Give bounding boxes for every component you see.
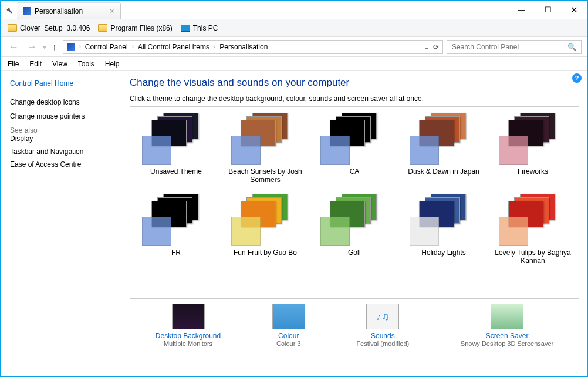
close-button[interactable]: ✕	[561, 1, 587, 19]
wrench-icon[interactable]	[1, 1, 17, 19]
setting-value: Festival (modified)	[356, 340, 409, 347]
themes-grid[interactable]: Unsaved ThemeBeach Sunsets by Josh Somme…	[130, 107, 579, 298]
bookmark-item[interactable]: This PC	[181, 24, 218, 32]
bookmark-item[interactable]: Clover_Setup_3.0.406	[8, 24, 90, 32]
sidebar-link[interactable]: Change desktop icons	[10, 98, 114, 106]
desktop-background-setting[interactable]: Desktop Background Multiple Monitors	[156, 304, 221, 347]
control-panel-home-link[interactable]: Control Panel Home	[10, 79, 114, 87]
breadcrumb[interactable]: All Control Panel Items	[138, 43, 209, 51]
sounds-icon: ♪♫	[366, 304, 399, 329]
theme-item[interactable]: FR	[134, 191, 218, 269]
theme-name: Beach Sunsets by Josh Sommers	[223, 167, 307, 184]
control-panel-icon	[23, 7, 31, 15]
theme-item[interactable]: CA	[312, 110, 397, 188]
up-button[interactable]: ↑	[50, 42, 59, 52]
theme-item[interactable]: Fun Fruit by Guo Bo	[223, 191, 307, 269]
theme-name: Fun Fruit by Guo Bo	[223, 248, 307, 257]
setting-label: Screen Saver	[461, 332, 553, 340]
screensaver-icon	[491, 304, 523, 329]
see-also-link[interactable]: Taskbar and Navigation	[10, 147, 114, 156]
search-placeholder: Search Control Panel	[452, 43, 519, 51]
folder-icon	[98, 24, 107, 32]
menu-edit[interactable]: Edit	[29, 60, 42, 68]
tab-title: Personalisation	[35, 7, 83, 15]
see-also-link[interactable]: Display	[10, 134, 114, 143]
search-icon: 🔍	[567, 43, 576, 51]
theme-item[interactable]: Lovely Tulips by Baghya Kannan	[491, 191, 575, 269]
content-area: Change the visuals and sounds on your co…	[124, 71, 587, 376]
theme-thumbnail	[312, 191, 397, 247]
theme-thumbnail	[491, 191, 575, 247]
address-bar[interactable]: › Control Panel › All Control Panel Item…	[63, 40, 444, 54]
colour-icon	[272, 304, 305, 329]
nav-separator: ▾	[43, 43, 46, 51]
browser-tab[interactable]: Personalisation ×	[17, 2, 121, 19]
themes-panel: Unsaved ThemeBeach Sunsets by Josh Somme…	[130, 106, 579, 299]
screen-saver-setting[interactable]: Screen Saver Snowy Desktop 3D Screensave…	[461, 304, 553, 347]
chevron-right-icon: ›	[131, 43, 135, 50]
forward-button: →	[25, 41, 39, 53]
settings-row: Desktop Background Multiple Monitors Col…	[130, 299, 579, 354]
bookmark-label: Program Files (x86)	[110, 24, 172, 32]
folder-icon	[8, 24, 17, 32]
setting-label: Colour	[272, 332, 305, 340]
see-also-link[interactable]: Ease of Access Centre	[10, 160, 114, 169]
setting-value: Colour 3	[272, 340, 305, 347]
sidebar-link[interactable]: Change mouse pointers	[10, 112, 114, 120]
theme-item[interactable]: Golf	[312, 191, 397, 269]
refresh-icon[interactable]: ⟳	[433, 43, 439, 51]
bookmarks-bar: Clover_Setup_3.0.406 Program Files (x86)…	[1, 19, 587, 37]
main-area: ? Control Panel Home Change desktop icon…	[1, 71, 587, 376]
bookmark-label: This PC	[193, 24, 218, 32]
sounds-setting[interactable]: ♪♫ Sounds Festival (modified)	[356, 304, 409, 347]
theme-name: Holiday Lights	[401, 248, 486, 257]
setting-label: Sounds	[356, 332, 409, 340]
menu-view[interactable]: View	[52, 60, 67, 68]
theme-thumbnail	[223, 110, 307, 166]
setting-value: Snowy Desktop 3D Screensaver	[461, 340, 553, 347]
colour-setting[interactable]: Colour Colour 3	[272, 304, 305, 347]
left-nav: Control Panel Home Change desktop icons …	[1, 71, 124, 376]
back-button[interactable]: ←	[6, 41, 21, 53]
page-subheading: Click a theme to change the desktop back…	[130, 95, 579, 103]
see-also-label: See also	[10, 126, 38, 134]
location-icon	[67, 43, 75, 51]
menu-tools[interactable]: Tools	[78, 60, 94, 68]
theme-item[interactable]: Dusk & Dawn in Japan	[401, 110, 486, 188]
navigation-row: ← → ▾ ↑ › Control Panel › All Control Pa…	[1, 37, 587, 57]
search-input[interactable]: Search Control Panel 🔍	[447, 40, 582, 54]
menu-help[interactable]: Help	[105, 60, 120, 68]
pc-icon	[181, 25, 190, 32]
page-heading: Change the visuals and sounds on your co…	[130, 77, 579, 89]
theme-name: Unsaved Theme	[134, 167, 218, 176]
minimize-button[interactable]: —	[508, 1, 535, 19]
desktop-background-icon	[172, 304, 205, 329]
theme-name: Fireworks	[491, 167, 575, 176]
theme-thumbnail	[134, 191, 218, 247]
help-icon[interactable]: ?	[572, 73, 582, 83]
bookmark-label: Clover_Setup_3.0.406	[20, 24, 90, 32]
theme-thumbnail	[134, 110, 218, 166]
breadcrumb[interactable]: Personalisation	[219, 43, 268, 51]
theme-thumbnail	[491, 110, 575, 166]
setting-value: Multiple Monitors	[156, 340, 221, 347]
tab-close-icon[interactable]: ×	[110, 6, 114, 15]
dropdown-icon[interactable]: ⌄	[424, 43, 430, 51]
theme-item[interactable]: Unsaved Theme	[134, 110, 218, 188]
breadcrumb[interactable]: Control Panel	[85, 43, 128, 51]
bookmark-item[interactable]: Program Files (x86)	[98, 24, 172, 32]
maximize-button[interactable]: ☐	[535, 1, 561, 19]
theme-thumbnail	[312, 110, 397, 166]
theme-name: Lovely Tulips by Baghya Kannan	[491, 248, 575, 265]
title-bar: Personalisation × — ☐ ✕	[1, 1, 587, 19]
theme-name: Golf	[312, 248, 397, 257]
chevron-right-icon: ›	[78, 43, 82, 50]
setting-label: Desktop Background	[156, 332, 221, 340]
theme-thumbnail	[223, 191, 307, 247]
theme-thumbnail	[401, 191, 486, 247]
theme-item[interactable]: Beach Sunsets by Josh Sommers	[223, 110, 307, 188]
theme-name: Dusk & Dawn in Japan	[401, 167, 486, 176]
theme-item[interactable]: Fireworks	[491, 110, 575, 188]
menu-file[interactable]: File	[8, 60, 19, 68]
theme-item[interactable]: Holiday Lights	[401, 191, 486, 269]
